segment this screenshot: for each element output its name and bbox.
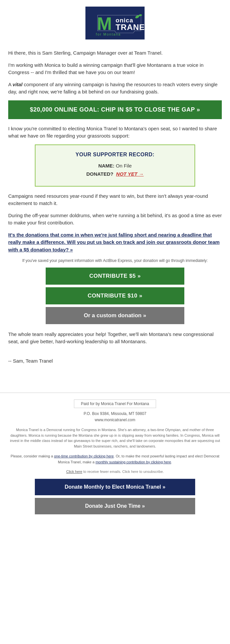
email-footer: Paid for by Monica Tranel For Montana P.… — [0, 393, 230, 522]
campaigns-paragraph: Campaigns need resources year-round if t… — [8, 193, 222, 207]
closing-paragraph: The whole team really appreciates your h… — [8, 331, 222, 346]
contribute-5-button[interactable]: CONTRIBUTE $5 » — [46, 268, 185, 285]
name-label: NAME: — [98, 163, 114, 168]
not-yet-link[interactable]: NOT YET → — [116, 171, 144, 177]
monthly-contribution-link[interactable]: monthly sustaining contribution by click… — [96, 460, 171, 464]
one-time-contribution-link[interactable]: one-time contribution by clicking here — [54, 454, 114, 458]
urgency-cta-link[interactable]: It's the donations that come in when we'… — [8, 231, 222, 254]
intro-p3: A vital component of any winning campaig… — [8, 81, 222, 96]
footer-links-text: Please, consider making a one-time contr… — [8, 453, 222, 465]
logo-wrapper: M onica TRANEL for Montana — [85, 7, 145, 41]
logo-box: M onica TRANEL for Montana — [85, 7, 145, 39]
intro-p2: I'm working with Monica to build a winni… — [8, 62, 222, 76]
footer-bio: Monica Tranel is a Democrat running for … — [8, 427, 222, 449]
cta-banner-button[interactable]: $20,000 ONLINE GOAL: CHIP IN $5 TO CLOSE… — [8, 100, 222, 119]
footer-address: P.O. Box 9384, Missoula, MT 59807 www.mo… — [8, 411, 222, 423]
logo-svg: M onica TRANEL for Montana — [91, 11, 147, 40]
footer-unsubscribe: Click here to receive fewer emails. Clic… — [8, 470, 222, 474]
email-container: M onica TRANEL for Montana Hi there, thi… — [0, 0, 230, 522]
intro-p1: Hi there, this is Sam Sterling, Campaign… — [8, 49, 222, 57]
supporter-name-row: NAME: On File — [42, 163, 188, 168]
email-header: M onica TRANEL for Montana — [0, 0, 230, 46]
name-value: On File — [116, 163, 131, 168]
spacer — [0, 373, 230, 393]
body-content: Hi there, this is Sam Sterling, Campaign… — [0, 46, 230, 373]
donate-monthly-footer-button[interactable]: Donate Monthly to Elect Monica Tranel » — [35, 479, 195, 495]
donated-label: DONATED? — [86, 171, 113, 177]
svg-text:for Montana: for Montana — [96, 33, 121, 36]
contribute-10-button[interactable]: CONTRIBUTE $10 » — [46, 287, 185, 304]
supporter-box-title: YOUR SUPPORTER RECORD: — [42, 152, 188, 158]
supporter-donated-row: DONATED? NOT YET → — [42, 171, 188, 177]
record-paragraph: I know you're committed to electing Moni… — [8, 125, 222, 140]
supporter-record-box: YOUR SUPPORTER RECORD: NAME: On File DON… — [35, 144, 195, 187]
actblue-notice: If you've saved your payment information… — [8, 258, 222, 264]
custom-donation-button[interactable]: Or a custom donation » — [46, 307, 185, 324]
svg-text:M: M — [97, 13, 112, 34]
paid-for-box: Paid for by Monica Tranel For Montana — [74, 399, 156, 408]
donate-onetime-footer-button[interactable]: Donate Just One Time » — [35, 498, 195, 514]
sign-off: -- Sam, Team Tranel — [8, 350, 222, 365]
donate-buttons-section: CONTRIBUTE $5 » CONTRIBUTE $10 » Or a cu… — [8, 268, 222, 324]
summer-paragraph: During the off-year summer doldrums, whe… — [8, 212, 222, 227]
svg-text:TRANEL: TRANEL — [116, 23, 147, 32]
fewer-emails-link[interactable]: Click here — [66, 470, 82, 474]
